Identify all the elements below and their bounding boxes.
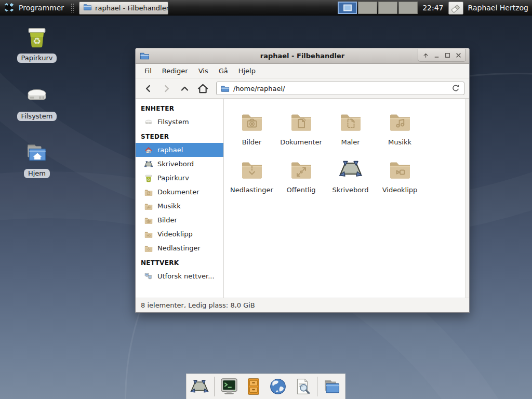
svg-text:♻: ♻ xyxy=(33,36,41,46)
sidebar-item-musikk[interactable]: Musikk xyxy=(136,199,223,213)
sidebar-item-skrivebord[interactable]: Skrivebord xyxy=(136,157,223,171)
file-offentlig[interactable]: Offentlig xyxy=(276,156,326,194)
status-text: 8 ielementer, Ledig plass: 8,0 GiB xyxy=(141,301,255,309)
home-icon xyxy=(144,145,153,155)
close-button[interactable] xyxy=(453,50,463,60)
sidebar-header-enheter: ENHETER xyxy=(136,101,223,115)
file-nedlastinger[interactable]: Nedlastinger xyxy=(227,156,276,194)
panel-right: 22:47 Raphael Hertzog xyxy=(338,2,532,15)
menu-vis[interactable]: Vis xyxy=(194,65,213,77)
menu-fil[interactable]: Fil xyxy=(140,65,156,77)
file-label: Offentlig xyxy=(287,186,316,194)
folder-public-icon xyxy=(289,156,314,181)
dock-file-manager[interactable] xyxy=(322,377,342,396)
forward-button xyxy=(158,81,175,96)
trash-icon: ♻ xyxy=(144,174,153,183)
file-maler[interactable]: Maler xyxy=(326,109,375,146)
drive-icon xyxy=(144,117,153,127)
desktop-icon-hjem[interactable]: Hjem xyxy=(13,139,61,178)
sidebar: ENHETERFilsystemSTEDERraphaelSkrivebord♻… xyxy=(136,99,224,298)
file-videoklipp[interactable]: Videoklipp xyxy=(375,156,424,194)
sidebar-item-label: Videoklipp xyxy=(157,230,193,238)
menubar: FilRedigerVisGåHjelp xyxy=(136,64,469,78)
workspace-2[interactable] xyxy=(358,2,377,14)
folder-downloads-icon xyxy=(240,156,264,181)
workspace-switcher xyxy=(338,2,418,14)
workspace-4[interactable] xyxy=(398,2,418,14)
sidebar-item-filsystem[interactable]: Filsystem xyxy=(136,115,223,129)
svg-text:♻: ♻ xyxy=(147,178,150,182)
scrollbar-track[interactable] xyxy=(465,99,469,298)
folder-downloads-icon xyxy=(144,244,153,253)
desktop-icon-label: Filsystem xyxy=(17,112,57,121)
menu-hjelp[interactable]: Hjelp xyxy=(234,65,260,77)
file-label: Dokumenter xyxy=(280,138,322,146)
back-button[interactable] xyxy=(140,81,156,96)
dock-search-files[interactable] xyxy=(292,377,312,396)
desktop-icon-papirkurv[interactable]: ♻Papirkurv xyxy=(13,24,61,63)
sidebar-item-label: Papirkurv xyxy=(157,174,189,182)
maximize-button[interactable] xyxy=(442,50,453,60)
panel-grip xyxy=(71,3,74,12)
drive-icon xyxy=(24,82,50,108)
file-view[interactable]: BilderDokumenterMalerMusikkNedlastingerO… xyxy=(224,99,469,298)
folder-videos-icon xyxy=(388,156,413,181)
sidebar-item-dokumenter[interactable]: Dokumenter xyxy=(136,185,223,199)
sidebar-item-utforsk-nettver[interactable]: Utforsk nettver... xyxy=(136,269,223,283)
dock-separator xyxy=(317,377,317,396)
window-folder-icon xyxy=(83,3,92,12)
file-dokumenter[interactable]: Dokumenter xyxy=(276,109,326,146)
sidebar-item-videoklipp[interactable]: Videoklipp xyxy=(136,227,223,241)
file-musikk[interactable]: Musikk xyxy=(375,109,424,146)
file-bilder[interactable]: Bilder xyxy=(227,109,276,146)
desktop-icon-label: Papirkurv xyxy=(17,54,57,63)
sidebar-item-label: Skrivebord xyxy=(157,160,194,168)
taskbar-window-button[interactable]: raphael - Filbehandler xyxy=(79,2,168,15)
folder-pictures-icon xyxy=(144,216,153,225)
workspace-1[interactable] xyxy=(338,2,357,14)
file-label: Bilder xyxy=(242,138,262,146)
dock-show-desktop[interactable] xyxy=(190,377,209,396)
sidebar-item-raphael[interactable]: raphael xyxy=(136,143,223,157)
sidebar-header-nettverk: NETTVERK xyxy=(136,255,223,269)
trash-icon: ♻ xyxy=(24,24,50,50)
window-folder-icon xyxy=(221,85,230,92)
dock-terminal[interactable] xyxy=(219,377,239,396)
user-name: Raphael Hertzog xyxy=(468,4,528,12)
sidebar-header-steder: STEDER xyxy=(136,129,223,143)
up-button[interactable] xyxy=(177,81,193,96)
shade-button[interactable] xyxy=(420,50,431,60)
home-folder-icon xyxy=(24,139,50,165)
xfce-logo-icon[interactable] xyxy=(3,2,15,14)
desktop-icon-filsystem[interactable]: Filsystem xyxy=(13,82,61,121)
window-folder-icon xyxy=(140,51,150,60)
minimize-button[interactable] xyxy=(431,50,442,60)
home-button[interactable] xyxy=(195,81,211,96)
sidebar-item-nedlastinger[interactable]: Nedlastinger xyxy=(136,241,223,255)
eraser-button[interactable] xyxy=(448,2,463,15)
screen: ♻PapirkurvFilsystemHjem Programmer rapha… xyxy=(0,0,532,399)
panel-left: Programmer raphael - Filbehandler xyxy=(0,2,168,15)
folder-videos-icon xyxy=(144,230,153,239)
dock-web-browser[interactable] xyxy=(268,377,288,396)
sidebar-item-label: Filsystem xyxy=(157,118,189,126)
dock-file-cabinet[interactable] xyxy=(244,377,263,396)
file-skrivebord[interactable]: Skrivebord xyxy=(326,156,375,194)
clock[interactable]: 22:47 xyxy=(422,4,443,12)
sidebar-item-label: Bilder xyxy=(157,216,177,224)
workspace-3[interactable] xyxy=(378,2,397,14)
file-label: Maler xyxy=(341,138,360,146)
folder-documents-icon xyxy=(289,109,314,134)
sidebar-item-bilder[interactable]: Bilder xyxy=(136,213,223,227)
file-label: Skrivebord xyxy=(332,186,368,194)
desktop-icon xyxy=(144,159,153,169)
path-bar[interactable]: /home/raphael/ xyxy=(216,82,464,95)
applications-menu[interactable]: Programmer xyxy=(19,4,64,12)
menu-gå[interactable]: Gå xyxy=(214,65,233,77)
sidebar-item-papirkurv[interactable]: ♻Papirkurv xyxy=(136,171,223,185)
titlebar[interactable]: raphael - Filbehandler xyxy=(136,48,469,64)
menu-rediger[interactable]: Rediger xyxy=(157,65,193,77)
file-label: Nedlastinger xyxy=(230,186,273,194)
desktop-icon-label: Hjem xyxy=(24,169,50,178)
reload-icon[interactable] xyxy=(451,84,460,92)
